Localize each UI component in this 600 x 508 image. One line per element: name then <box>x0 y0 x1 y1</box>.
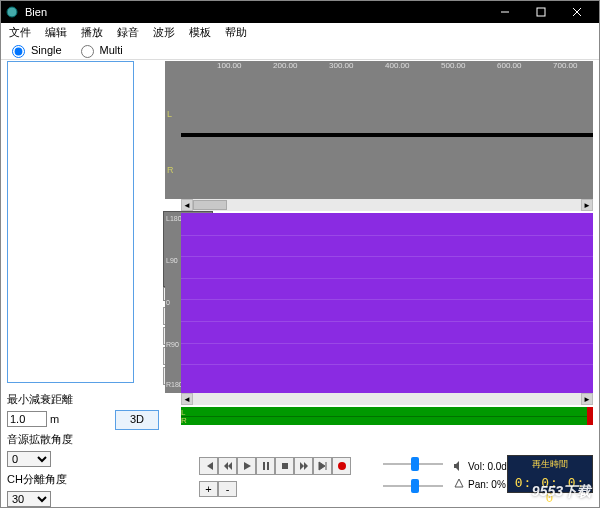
upper-waveform-panel: L R 100.00 200.00 300.00 400.00 500.00 6… <box>165 61 593 199</box>
go-start-button[interactable] <box>199 457 218 475</box>
zoom-out-button[interactable]: - <box>218 481 237 497</box>
upper-scrollbar[interactable]: ◄ ► <box>181 199 593 211</box>
time-ruler[interactable]: 100.00 200.00 300.00 400.00 500.00 600.0… <box>181 61 593 71</box>
mode-single-radio[interactable] <box>12 45 25 58</box>
main-area: 最小減衰距離 m 音源拡散角度 0 CH分離角度 30 <box>1 61 599 507</box>
mode-single-label: Single <box>31 44 62 56</box>
source-listbox[interactable] <box>7 61 134 383</box>
maximize-button[interactable] <box>523 1 559 23</box>
level-meter: L R <box>181 407 593 425</box>
zoom-in-button[interactable]: + <box>199 481 218 497</box>
svg-point-8 <box>338 462 346 470</box>
go-end-button[interactable] <box>313 457 332 475</box>
menu-help[interactable]: 帮助 <box>225 25 247 40</box>
title-bar: Bien <box>1 1 599 23</box>
menu-template[interactable]: 模板 <box>189 25 211 40</box>
scroll-right-icon[interactable]: ► <box>581 393 593 405</box>
upper-l-label: L <box>167 109 172 119</box>
pan-slider[interactable] <box>383 477 443 495</box>
lower-scrollbar[interactable]: ◄ ► <box>181 393 593 405</box>
svg-point-0 <box>7 7 17 17</box>
timecode-display: 再生時間 0: 0: 0: 0 <box>507 455 593 493</box>
menu-play[interactable]: 播放 <box>81 25 103 40</box>
close-button[interactable] <box>559 1 595 23</box>
mode-multi-label: Multi <box>100 44 123 56</box>
volume-slider[interactable] <box>383 455 443 473</box>
ruler-tick: 300.00 <box>329 61 353 70</box>
ruler-tick: 500.00 <box>441 61 465 70</box>
minimize-button[interactable] <box>487 1 523 23</box>
ruler-tick: 100.00 <box>217 61 241 70</box>
waveform-area: L R 100.00 200.00 300.00 400.00 500.00 6… <box>165 61 593 447</box>
window-controls <box>487 1 595 23</box>
menu-bar: 文件 编辑 播放 録音 波形 模板 帮助 <box>1 23 599 41</box>
forward-button[interactable] <box>294 457 313 475</box>
ruler-tick: 600.00 <box>497 61 521 70</box>
pan-readout: Pan: 0% <box>468 479 506 490</box>
lower-waveform-panel: L180 L90 0 R90 R180 <box>165 213 593 393</box>
mode-multi-radio[interactable] <box>81 45 94 58</box>
window-title: Bien <box>25 6 487 18</box>
sidebar: 最小減衰距離 m 音源拡散角度 0 CH分離角度 30 <box>7 61 157 497</box>
timecode-label: 再生時間 <box>508 458 592 471</box>
min-decay-input[interactable] <box>7 411 47 427</box>
channel-divider <box>181 133 593 137</box>
pan-tick: 0 <box>166 299 170 306</box>
diffusion-label: 音源拡散角度 <box>7 432 82 447</box>
meter-divider <box>181 416 593 417</box>
menu-waveform[interactable]: 波形 <box>153 25 175 40</box>
scroll-left-icon[interactable]: ◄ <box>181 199 193 211</box>
parameters-block: 最小減衰距離 m 音源拡散角度 0 CH分離角度 30 <box>7 389 157 508</box>
menu-edit[interactable]: 编辑 <box>45 25 67 40</box>
svg-rect-6 <box>267 462 269 470</box>
grid-lines <box>181 213 593 393</box>
pan-tick: R90 <box>166 341 179 348</box>
zoom-buttons: + - <box>199 481 237 497</box>
mode-multi[interactable]: Multi <box>76 42 123 58</box>
3d-button[interactable]: 3D <box>115 410 159 430</box>
menu-record[interactable]: 録音 <box>117 25 139 40</box>
transport-buttons <box>199 457 351 475</box>
ch-sep-label: CH分離角度 <box>7 472 82 487</box>
svg-rect-5 <box>263 462 265 470</box>
rewind-button[interactable] <box>218 457 237 475</box>
stop-button[interactable] <box>275 457 294 475</box>
meter-r-label: R <box>181 416 187 425</box>
ch-sep-select[interactable]: 30 <box>7 491 51 507</box>
min-decay-unit: m <box>50 413 59 425</box>
play-button[interactable] <box>237 457 256 475</box>
scroll-right-icon[interactable]: ► <box>581 199 593 211</box>
mode-single[interactable]: Single <box>7 42 62 58</box>
ruler-tick: 700.00 <box>553 61 577 70</box>
timecode-value: 0: 0: 0: 0 <box>508 475 592 505</box>
pause-button[interactable] <box>256 457 275 475</box>
scroll-thumb[interactable] <box>193 200 227 210</box>
app-window: Bien 文件 编辑 播放 録音 波形 模板 帮助 Single Multi 最… <box>0 0 600 508</box>
diffusion-select[interactable]: 0 <box>7 451 51 467</box>
transport-bar: + - Vol: 0.0dB 0 Pan: 0% 0 <box>165 451 593 501</box>
scroll-left-icon[interactable]: ◄ <box>181 393 193 405</box>
record-button[interactable] <box>332 457 351 475</box>
ruler-tick: 200.00 <box>273 61 297 70</box>
min-decay-label: 最小減衰距離 <box>7 392 82 407</box>
ruler-tick: 400.00 <box>385 61 409 70</box>
pan-tick: L90 <box>166 257 178 264</box>
upper-channel-strip: L R <box>165 61 181 199</box>
pan-icon <box>453 478 465 490</box>
speaker-icon <box>453 460 465 472</box>
svg-rect-7 <box>282 463 288 469</box>
app-icon <box>5 5 19 19</box>
mode-row: Single Multi <box>1 41 599 60</box>
upper-waveform[interactable]: 100.00 200.00 300.00 400.00 500.00 600.0… <box>181 61 593 199</box>
sliders <box>383 455 443 499</box>
svg-rect-2 <box>537 8 545 16</box>
pan-tick: L180 <box>166 215 182 222</box>
upper-r-label: R <box>167 165 174 175</box>
lower-waveform[interactable] <box>181 213 593 393</box>
upper-tracks[interactable] <box>181 71 593 199</box>
lower-pan-strip: L180 L90 0 R90 R180 <box>165 213 181 393</box>
menu-file[interactable]: 文件 <box>9 25 31 40</box>
meter-peak <box>587 407 593 425</box>
